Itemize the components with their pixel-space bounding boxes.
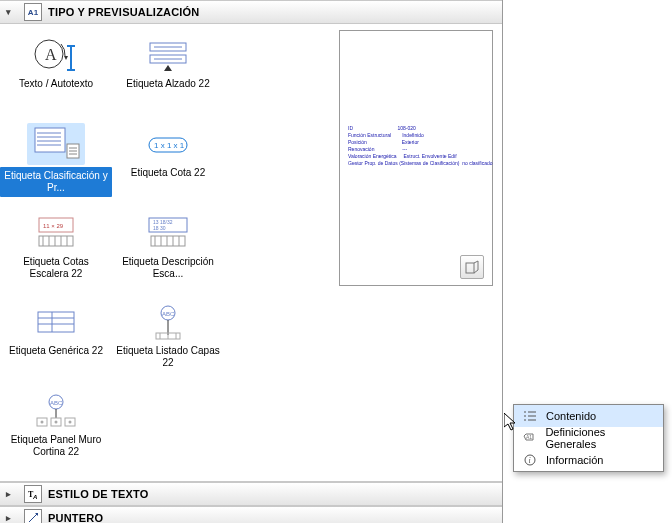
pointer-icon [24,509,42,523]
elevation-label-icon [139,34,197,76]
gallery-item-label: Etiqueta Clasificación y Pr... [0,167,112,197]
classification-label-icon [27,123,85,165]
stair-dim-label-icon: 11 × 29 [27,212,85,254]
svg-text:A1: A1 [526,434,532,440]
generic-label-icon [27,301,85,343]
text-style-icon: TA [24,485,42,503]
gallery-item-generic-label[interactable]: Etiqueta Genérica 22 [2,297,110,382]
svg-marker-10 [164,65,172,71]
gallery-item-label: Etiqueta Genérica 22 [2,345,110,357]
svg-rect-33 [151,236,185,246]
svg-text:11 × 29: 11 × 29 [43,223,64,229]
svg-text:A: A [45,46,57,63]
svg-point-56 [41,421,44,424]
popup-item-general-defs[interactable]: A1 Definiciones Generales [514,427,663,449]
gallery-item-stair-dim-label[interactable]: 11 × 29 Etiqueta Cotas Escalera 22 [2,208,110,293]
collapse-icon: ▾ [6,7,18,17]
popup-item-label: Información [546,454,603,466]
gallery-item-label: Etiqueta Alzado 22 [114,78,222,90]
preview-sample-text: ID 108-020 Función Estructural Indefinid… [348,125,493,167]
gallery-item-elevation-label[interactable]: Etiqueta Alzado 22 [114,30,222,115]
gallery-item-curtain-wall-label[interactable]: ABC Etiqueta Panel Muro Cortina 22 [2,386,110,471]
curtain-wall-label-icon: ABC [27,390,85,432]
gallery-item-label: Etiqueta Listado Capas 22 [114,345,222,369]
gallery-item-text-autotext[interactable]: A Texto / Autotexto [2,30,110,115]
svg-rect-39 [38,312,74,332]
section-pointer-header[interactable]: ▸ PUNTERO [0,506,502,523]
preview-settings-button[interactable] [460,255,484,279]
gallery-item-layers-label[interactable]: ABC Etiqueta Listado Capas 22 [114,297,222,382]
svg-marker-1 [64,56,68,60]
svg-rect-24 [39,236,73,246]
gallery-item-dimension-label[interactable]: 1 x 1 x 1 Etiqueta Cota 22 [114,119,222,204]
gallery-item-label: Etiqueta Cota 22 [114,167,222,179]
section-text-style-header[interactable]: ▸ TA ESTILO DE TEXTO [0,482,502,506]
svg-text:ABC: ABC [50,400,63,406]
popup-item-label: Definiciones Generales [545,426,655,450]
expand-icon: ▸ [6,513,18,523]
svg-text:18 30: 18 30 [153,225,166,231]
gallery-item-label: Etiqueta Descripción Esca... [114,256,222,280]
tab-popup-menu: Contenido A1 Definiciones Generales i In… [513,404,664,472]
gallery-item-classification-label[interactable]: Etiqueta Clasificación y Pr... [2,119,110,204]
popup-item-content[interactable]: Contenido [514,405,663,427]
svg-point-57 [55,421,58,424]
list-icon [522,409,538,423]
svg-text:A: A [32,494,38,500]
label-glyph-icon: A1 [24,3,42,21]
section-title: PUNTERO [48,512,103,523]
layers-label-icon: ABC [139,301,197,343]
gallery-item-label: Etiqueta Panel Muro Cortina 22 [2,434,110,458]
dimension-label-icon: 1 x 1 x 1 [139,123,197,165]
section-type-preview-header[interactable]: ▾ A1 TIPO Y PREVISUALIZACIÓN [0,0,502,24]
popup-item-information[interactable]: i Información [514,449,663,471]
stair-desc-label-icon: 13 18/3218 30 [139,212,197,254]
text-autotext-icon: A [27,34,85,76]
label-type-gallery: A Texto / Autotexto Etiqueta Alzado 22 E… [0,24,335,481]
svg-line-62 [29,514,37,522]
svg-text:ABC: ABC [162,311,175,317]
popup-item-label: Contenido [546,410,596,422]
svg-point-58 [69,421,72,424]
svg-text:1 x 1 x 1: 1 x 1 x 1 [154,141,185,150]
label-tag-icon: A1 [522,431,537,445]
section-title: TIPO Y PREVISUALIZACIÓN [48,6,200,18]
preview-pane: ID 108-020 Función Estructural Indefinid… [335,24,502,481]
section-title: ESTILO DE TEXTO [48,488,149,500]
preview-canvas: ID 108-020 Función Estructural Indefinid… [339,30,493,286]
gallery-item-label: Etiqueta Cotas Escalera 22 [2,256,110,280]
svg-text:i: i [529,456,531,465]
svg-rect-59 [466,263,474,273]
gallery-item-stair-desc-label[interactable]: 13 18/3218 30 Etiqueta Descripción Esca.… [114,208,222,293]
info-icon: i [522,453,538,467]
svg-rect-11 [35,128,65,152]
gallery-item-label: Texto / Autotexto [2,78,110,90]
expand-icon: ▸ [6,489,18,499]
